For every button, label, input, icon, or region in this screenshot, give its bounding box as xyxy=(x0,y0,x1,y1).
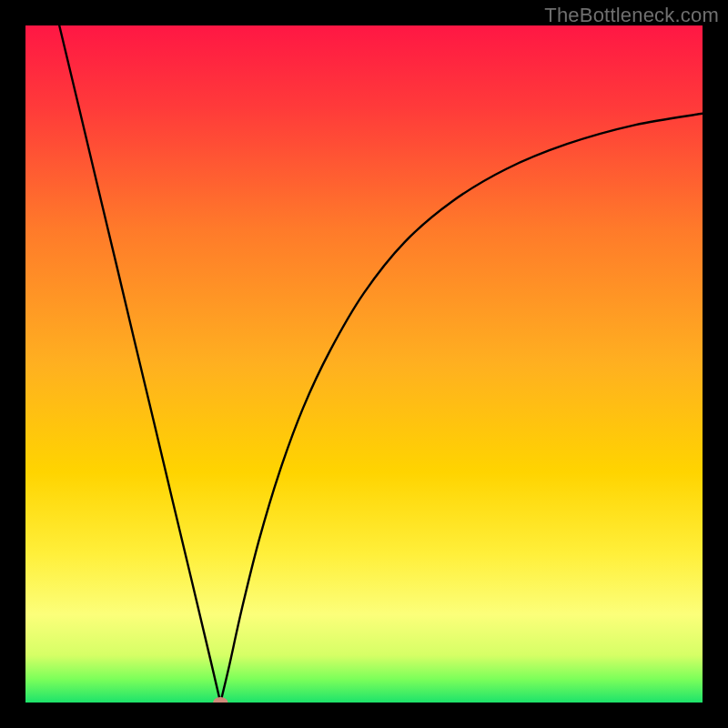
watermark-text: TheBottleneck.com xyxy=(544,4,719,27)
plot-area xyxy=(25,25,703,703)
chart-frame: TheBottleneck.com xyxy=(0,0,728,728)
bottleneck-curve-chart xyxy=(25,25,703,703)
gradient-background xyxy=(25,25,703,703)
